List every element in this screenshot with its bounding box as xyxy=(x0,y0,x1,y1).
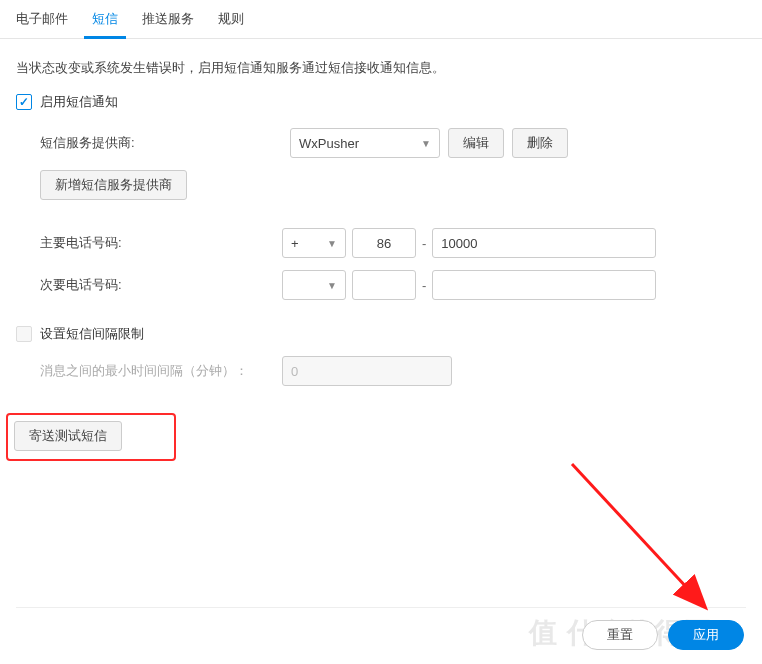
tabs-bar: 电子邮件 短信 推送服务 规则 xyxy=(0,0,762,39)
dash-separator: - xyxy=(422,278,426,293)
secondary-number-input[interactable] xyxy=(432,270,656,300)
provider-label: 短信服务提供商: xyxy=(40,134,282,152)
highlight-annotation: 寄送测试短信 xyxy=(6,413,176,461)
secondary-country-input[interactable] xyxy=(352,270,416,300)
interval-min-label: 消息之间的最小时间间隔（分钟）： xyxy=(40,362,282,380)
enable-sms-row: 启用短信通知 xyxy=(16,93,746,111)
provider-row: 短信服务提供商: WxPusher ▼ 编辑 删除 xyxy=(40,127,746,159)
primary-number-input[interactable] xyxy=(432,228,656,258)
enable-sms-checkbox[interactable] xyxy=(16,94,32,110)
primary-country-input[interactable] xyxy=(352,228,416,258)
reset-button[interactable]: 重置 xyxy=(582,620,658,650)
tab-sms[interactable]: 短信 xyxy=(92,0,118,38)
sms-form-section: 短信服务提供商: WxPusher ▼ 编辑 删除 新增短信服务提供商 主要电话… xyxy=(16,127,746,301)
tab-push[interactable]: 推送服务 xyxy=(142,0,194,38)
description-text: 当状态改变或系统发生错误时，启用短信通知服务通过短信接收通知信息。 xyxy=(16,59,746,77)
tab-email[interactable]: 电子邮件 xyxy=(16,0,68,38)
primary-prefix-value: + xyxy=(291,236,299,251)
delete-provider-button[interactable]: 删除 xyxy=(512,128,568,158)
footer-buttons: 重置 应用 xyxy=(582,620,744,650)
chevron-down-icon: ▼ xyxy=(327,238,337,249)
interval-checkbox-row: 设置短信间隔限制 xyxy=(16,325,746,343)
apply-button[interactable]: 应用 xyxy=(668,620,744,650)
send-test-sms-button[interactable]: 寄送测试短信 xyxy=(14,421,122,451)
primary-phone-row: 主要电话号码: + ▼ - xyxy=(40,227,746,259)
content-area: 当状态改变或系统发生错误时，启用短信通知服务通过短信接收通知信息。 启用短信通知… xyxy=(0,39,762,484)
svg-line-1 xyxy=(572,464,702,604)
dash-separator: - xyxy=(422,236,426,251)
primary-prefix-select[interactable]: + ▼ xyxy=(282,228,346,258)
provider-value: WxPusher xyxy=(299,136,359,151)
interval-min-input xyxy=(282,356,452,386)
add-provider-button[interactable]: 新增短信服务提供商 xyxy=(40,170,187,200)
provider-select[interactable]: WxPusher ▼ xyxy=(290,128,440,158)
secondary-prefix-select[interactable]: ▼ xyxy=(282,270,346,300)
add-provider-row: 新增短信服务提供商 xyxy=(40,169,746,201)
interval-checkbox-label: 设置短信间隔限制 xyxy=(40,325,144,343)
edit-provider-button[interactable]: 编辑 xyxy=(448,128,504,158)
enable-sms-label: 启用短信通知 xyxy=(40,93,118,111)
footer-divider xyxy=(16,607,746,608)
interval-min-row: 消息之间的最小时间间隔（分钟）： xyxy=(16,355,746,387)
interval-checkbox[interactable] xyxy=(16,326,32,342)
tab-rules[interactable]: 规则 xyxy=(218,0,244,38)
secondary-phone-row: 次要电话号码: ▼ - xyxy=(40,269,746,301)
secondary-phone-label: 次要电话号码: xyxy=(40,276,282,294)
chevron-down-icon: ▼ xyxy=(327,280,337,291)
primary-phone-label: 主要电话号码: xyxy=(40,234,282,252)
chevron-down-icon: ▼ xyxy=(421,138,431,149)
